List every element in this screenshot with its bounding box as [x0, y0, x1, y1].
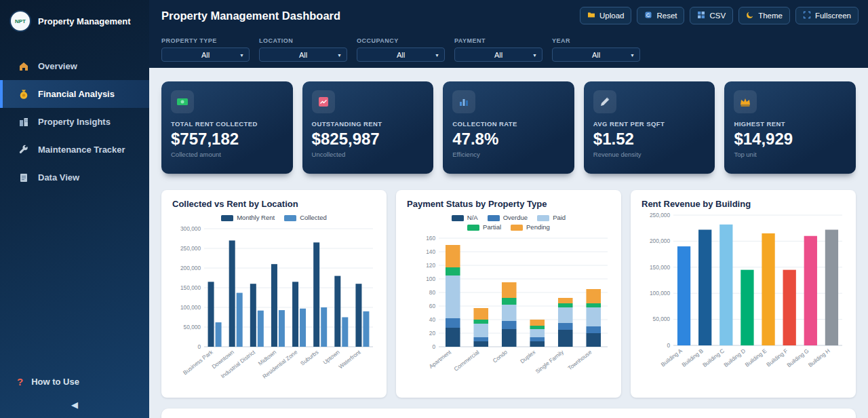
- colored-bar-chart: 050,000100,000150,000200,000250,000Build…: [642, 211, 845, 382]
- svg-text:Building F: Building F: [765, 347, 789, 368]
- kpi-value: 47.8%: [452, 130, 565, 149]
- legend-item: Paid: [537, 213, 566, 223]
- sidebar-item-financial-analysis[interactable]: Financial Analysis: [0, 80, 149, 108]
- svg-text:150,000: 150,000: [650, 264, 670, 271]
- svg-text:160: 160: [426, 235, 435, 242]
- chart-title: Rent Revenue by Building: [642, 199, 845, 209]
- kpi-row: TOTAL RENT COLLECTED $757,182 Collected …: [161, 81, 856, 174]
- legend-item: Partial: [467, 223, 501, 232]
- kpi-label: HIGHEST RENT: [734, 120, 846, 128]
- filter-label: OCCUPANCY: [357, 37, 445, 44]
- svg-text:Commercial: Commercial: [452, 349, 480, 373]
- kpi-outstanding-rent: OUTSTANDING RENT $825,987 Uncollected: [302, 81, 434, 174]
- kpi-subtext: Revenue density: [593, 151, 706, 158]
- kpi-subtext: Uncollected: [312, 151, 425, 158]
- filter-occupancy: OCCUPANCY All ▼: [357, 37, 445, 68]
- sidebar-item-label: Data View: [38, 172, 79, 183]
- filter-label: PAYMENT: [454, 37, 542, 44]
- location-select[interactable]: All ▼: [259, 48, 347, 62]
- property-type-select[interactable]: All ▼: [161, 48, 250, 62]
- kpi-subtext: Efficiency: [452, 151, 565, 158]
- svg-text:60: 60: [429, 303, 436, 309]
- chart-collected-vs-rent: Collected vs Rent by Location Monthly Re…: [161, 190, 387, 398]
- how-to-use-label: How to Use: [31, 377, 79, 387]
- payment-select[interactable]: All ▼: [454, 48, 542, 62]
- year-select[interactable]: All ▼: [552, 48, 640, 62]
- legend-item: Collected: [284, 213, 327, 223]
- svg-text:100,000: 100,000: [650, 290, 670, 297]
- chevron-down-icon: ▼: [239, 52, 244, 57]
- chevron-down-icon: ▼: [435, 52, 439, 57]
- svg-text:Building C: Building C: [701, 347, 726, 368]
- chart-title: Collected vs Rent by Location: [172, 199, 376, 209]
- svg-text:0: 0: [197, 343, 201, 350]
- sidebar-item-property-insights[interactable]: Property Insights: [0, 108, 149, 136]
- theme-button[interactable]: Theme: [738, 7, 790, 24]
- reset-icon: [644, 11, 652, 20]
- svg-text:150,000: 150,000: [180, 284, 201, 291]
- sidebar-item-maintenance-tracker[interactable]: Maintenance Tracker: [0, 136, 149, 164]
- legend-item: Pending: [511, 223, 550, 232]
- header-buttons: Upload Reset CSV Theme Fullscreen: [580, 7, 859, 24]
- svg-text:100: 100: [426, 276, 435, 282]
- bottom-card-partial: [161, 408, 856, 418]
- kpi-label: AVG RENT PER SQFT: [593, 120, 706, 128]
- chart-legend: Monthly RentCollected: [172, 213, 376, 223]
- kpi-label: OUTSTANDING RENT: [312, 120, 425, 128]
- banknote-icon: [171, 90, 194, 113]
- moon-icon: [746, 11, 754, 20]
- sidebar-menu: Overview Financial Analysis Property Ins…: [0, 52, 149, 191]
- filter-year: YEAR All ▼: [552, 37, 640, 68]
- brand: NPT Property Management: [0, 0, 149, 43]
- coin-icon: [18, 88, 29, 100]
- legend-item: Monthly Rent: [221, 213, 275, 223]
- sidebar-item-overview[interactable]: Overview: [0, 52, 149, 80]
- page-title: Property Management Dashboard: [161, 10, 580, 22]
- sidebar-item-data-view[interactable]: Data View: [0, 164, 149, 191]
- filter-location: LOCATION All ▼: [259, 37, 347, 68]
- stacked-bar-chart: 020406080100120140160ApartmentCommercial…: [407, 234, 610, 383]
- svg-text:80: 80: [429, 289, 436, 296]
- svg-text:250,000: 250,000: [650, 212, 670, 218]
- kpi-value: $757,182: [171, 130, 283, 149]
- csv-button[interactable]: CSV: [690, 7, 733, 24]
- svg-text:Waterfront: Waterfront: [337, 348, 362, 370]
- pencil-icon: [593, 90, 616, 113]
- sidebar-item-label: Property Insights: [38, 117, 111, 127]
- legend-item: N/A: [452, 213, 478, 223]
- how-to-use-link[interactable]: ? How to Use: [0, 376, 149, 387]
- chart-payment-status: Payment Status by Property Type N/AOverd…: [396, 190, 621, 398]
- svg-text:Building H: Building H: [807, 347, 831, 368]
- svg-text:Apartment: Apartment: [428, 348, 453, 370]
- main-content: TOTAL RENT COLLECTED $757,182 Collected …: [149, 68, 868, 418]
- svg-text:250,000: 250,000: [180, 245, 201, 252]
- fullscreen-button[interactable]: Fullscreen: [795, 7, 859, 24]
- chart-legend: N/AOverduePaidPartialPending: [407, 213, 610, 232]
- svg-text:Suburbs: Suburbs: [299, 349, 320, 367]
- upload-button[interactable]: Upload: [580, 7, 631, 24]
- crown-icon: [734, 90, 757, 113]
- svg-text:140: 140: [426, 248, 435, 255]
- svg-text:50,000: 50,000: [184, 324, 201, 330]
- svg-text:Building A: Building A: [660, 347, 684, 368]
- bar-chart-icon: [452, 90, 475, 113]
- document-icon: [18, 172, 29, 183]
- occupancy-select[interactable]: All ▼: [357, 48, 445, 62]
- chart-title: Payment Status by Property Type: [407, 199, 610, 209]
- kpi-subtext: Top unit: [734, 151, 846, 158]
- svg-text:50,000: 50,000: [653, 316, 671, 322]
- csv-icon: [697, 11, 705, 20]
- header: Property Management Dashboard Upload Res…: [149, 0, 868, 31]
- brand-name: Property Management: [38, 16, 131, 26]
- svg-text:Building D: Building D: [722, 347, 747, 368]
- chart-rent-revenue: Rent Revenue by Building 050,000100,0001…: [631, 190, 856, 398]
- folder-icon: [587, 11, 595, 20]
- filter-bar: PROPERTY TYPE All ▼ LOCATION All ▼ OCCUP…: [149, 31, 868, 68]
- sidebar-item-label: Financial Analysis: [38, 89, 115, 99]
- svg-text:100,000: 100,000: [180, 304, 201, 311]
- grouped-bar-chart: 050,000100,000150,000200,000250,000300,0…: [172, 225, 376, 383]
- sidebar-collapse-button[interactable]: ◀: [0, 400, 149, 410]
- svg-text:Townhouse: Townhouse: [566, 348, 593, 371]
- filter-label: LOCATION: [259, 37, 347, 44]
- reset-button[interactable]: Reset: [637, 7, 684, 24]
